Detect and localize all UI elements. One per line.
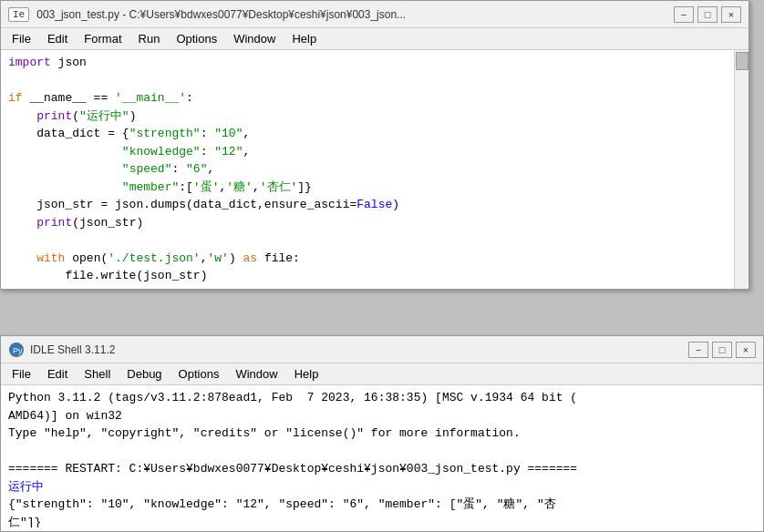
shell-menu-bar: File Edit Shell Debug Options Window Hel… xyxy=(1,363,763,385)
shell-menu-shell[interactable]: Shell xyxy=(77,365,118,383)
code-line-3: if __name__ == '__main__': xyxy=(1,89,749,107)
shell-line-output1: {"strength": "10", "knowledge": "12", "s… xyxy=(8,496,756,514)
shell-menu-debug[interactable]: Debug xyxy=(119,365,169,383)
code-line-10: print(json_str) xyxy=(1,214,749,232)
shell-maximize-btn[interactable]: □ xyxy=(712,342,732,358)
fn-print: print xyxy=(36,107,72,126)
editor-minimize-btn[interactable]: − xyxy=(674,6,694,23)
shell-win-buttons: − □ × xyxy=(688,342,756,358)
menu-file[interactable]: File xyxy=(5,30,38,47)
editor-title-left: Ie 003_json_test.py - C:¥Users¥bdwxes007… xyxy=(8,7,406,22)
editor-window: Ie 003_json_test.py - C:¥Users¥bdwxes007… xyxy=(0,0,749,290)
menu-window[interactable]: Window xyxy=(226,30,283,47)
code-line-9: json_str = json.dumps(data_dict,ensure_a… xyxy=(1,196,749,214)
code-line-13: file.write(json_str) xyxy=(1,267,749,285)
code-line-6: "knowledge": "12", xyxy=(1,143,749,161)
menu-edit[interactable]: Edit xyxy=(40,30,75,47)
menu-run[interactable]: Run xyxy=(131,30,168,47)
kw-import: import xyxy=(8,54,58,72)
menu-help[interactable]: Help xyxy=(284,30,324,47)
code-line-12: with open('./test.json','w') as file: xyxy=(1,250,749,268)
shell-window: Py IDLE Shell 3.11.2 − □ × File Edit She… xyxy=(0,335,764,532)
mod-json: json xyxy=(58,54,87,72)
shell-menu-options[interactable]: Options xyxy=(171,365,227,383)
editor-title-bar: Ie 003_json_test.py - C:¥Users¥bdwxes007… xyxy=(1,1,749,28)
shell-line-2: AMD64)] on win32 xyxy=(8,407,756,425)
code-line-5: data_dict = {"strength": "10", xyxy=(1,125,749,143)
editor-close-btn[interactable]: × xyxy=(721,6,741,23)
name-check: __name__ == xyxy=(29,89,115,107)
shell-content[interactable]: Python 3.11.2 (tags/v3.11.2:878ead1, Feb… xyxy=(1,385,763,527)
editor-title-text: 003_json_test.py - C:¥Users¥bdwxes0077¥D… xyxy=(36,8,406,21)
shell-line-running: 运行中 xyxy=(8,478,756,496)
shell-title-text: IDLE Shell 3.11.2 xyxy=(30,343,115,356)
code-line-1: import json xyxy=(1,54,749,72)
shell-minimize-btn[interactable]: − xyxy=(688,342,708,358)
shell-line-output2: 仁"]} xyxy=(8,514,756,528)
editor-win-buttons: − □ × xyxy=(674,6,741,23)
code-line-4: print("运行中") xyxy=(1,107,749,126)
kw-if: if xyxy=(8,89,29,107)
shell-line-1: Python 3.11.2 (tags/v3.11.2:878ead1, Feb… xyxy=(8,389,756,407)
code-line-8: "member":['蛋','糖','杏仁']} xyxy=(1,179,749,197)
shell-title-left: Py IDLE Shell 3.11.2 xyxy=(8,342,115,358)
code-line-11 xyxy=(1,231,749,250)
editor-icon: Ie xyxy=(8,7,29,22)
scrollbar-thumb[interactable] xyxy=(736,52,749,70)
shell-title-bar: Py IDLE Shell 3.11.2 − □ × xyxy=(1,336,763,363)
shell-line-3: Type "help", "copyright", "credits" or "… xyxy=(8,425,756,443)
svg-text:Py: Py xyxy=(13,346,23,355)
shell-menu-edit[interactable]: Edit xyxy=(40,365,75,383)
python-icon: Py xyxy=(8,342,25,358)
code-area[interactable]: import json if __name__ == '__main__': p… xyxy=(1,50,749,289)
str-main: '__main__' xyxy=(115,89,186,107)
shell-menu-help[interactable]: Help xyxy=(287,365,326,383)
shell-close-btn[interactable]: × xyxy=(736,342,756,358)
menu-options[interactable]: Options xyxy=(169,30,224,47)
menu-format[interactable]: Format xyxy=(77,30,129,47)
shell-menu-window[interactable]: Window xyxy=(228,365,284,383)
shell-menu-file[interactable]: File xyxy=(5,365,38,383)
editor-menu-bar: File Edit Format Run Options Window Help xyxy=(1,28,749,50)
shell-line-4 xyxy=(8,443,756,461)
editor-maximize-btn[interactable]: □ xyxy=(697,6,718,23)
editor-scrollbar[interactable] xyxy=(734,50,749,289)
code-line-7: "speed": "6", xyxy=(1,160,749,179)
str-running: "运行中" xyxy=(79,107,129,126)
shell-line-restart: ======= RESTART: C:¥Users¥bdwxes0077¥Des… xyxy=(8,460,756,478)
code-line-2 xyxy=(1,72,749,90)
